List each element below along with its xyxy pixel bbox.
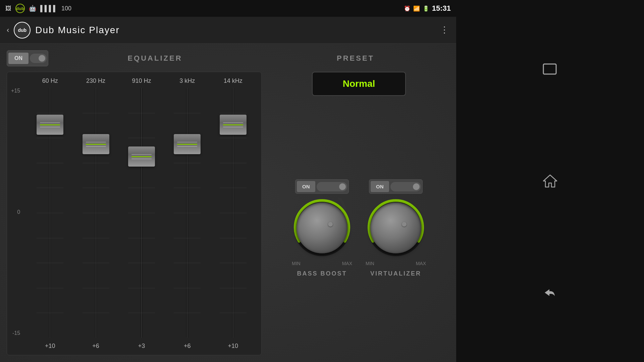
app-area: 🖼 dub 🤖 ▌▌▌▌ 100 ⏰ 📶 🔋 15:31 ‹ dub Dub M… xyxy=(0,0,456,362)
gallery-icon: 🖼 xyxy=(5,5,11,12)
bass-boost-knob-body[interactable] xyxy=(297,202,347,253)
fader-handle-60hz[interactable] xyxy=(37,115,63,135)
freq-230hz: 230 Hz xyxy=(76,77,116,84)
virtualizer-min-label: MIN xyxy=(366,261,374,266)
eq-panel: 60 Hz 230 Hz 910 Hz 3 kHz 14 kHz +15 0 -… xyxy=(7,72,262,355)
barcode-icon: ▌▌▌▌ xyxy=(40,5,57,12)
header-left: ‹ dub Dub Music Player xyxy=(7,22,120,39)
virtualizer-label: VIRTUALIZER xyxy=(370,270,421,277)
effects-row: ON xyxy=(268,101,449,355)
fader-3khz: +6 xyxy=(169,88,206,350)
fader-handle-3khz[interactable] xyxy=(174,134,201,154)
virtualizer-section: ON MIN xyxy=(366,179,426,277)
faders-container: +10 xyxy=(27,88,256,350)
preset-button[interactable]: Normal xyxy=(312,72,406,96)
fader-230hz: +6 xyxy=(77,88,114,350)
fader-value-60hz: +10 xyxy=(45,343,55,350)
fader-14khz: +10 xyxy=(215,88,252,350)
android-icon: 🤖 xyxy=(29,5,36,12)
recent-apps-icon xyxy=(543,63,557,75)
battery-icon: 🔋 xyxy=(423,5,429,12)
svg-marker-3 xyxy=(543,175,557,187)
fader-track-14khz[interactable] xyxy=(232,88,234,338)
battery-percent-icon: 100 xyxy=(61,5,71,12)
app-header: ‹ dub Dub Music Player ⋮ xyxy=(0,17,456,44)
virtualizer-knob[interactable] xyxy=(366,198,426,258)
bass-boost-min-label: MIN xyxy=(292,261,301,266)
nav-sidebar xyxy=(456,0,644,362)
virtualizer-max-label: MAX xyxy=(416,261,426,266)
eq-controls-row: 60 Hz 230 Hz 910 Hz 3 kHz 14 kHz +15 0 -… xyxy=(7,72,449,355)
signal-icon: 📶 xyxy=(413,5,420,12)
bass-boost-knob[interactable] xyxy=(292,198,352,258)
virtualizer-toggle[interactable]: ON xyxy=(369,179,423,194)
virtualizer-knob-dot xyxy=(402,222,407,227)
bass-boost-knob-dot xyxy=(328,222,333,227)
fader-910hz: +3 xyxy=(123,88,160,350)
eq-on-toggle[interactable]: ON xyxy=(7,50,48,66)
fader-track-230hz[interactable] xyxy=(95,88,97,338)
freq-910hz: 910 Hz xyxy=(121,77,162,84)
menu-button[interactable]: ⋮ xyxy=(440,25,449,35)
recent-apps-button[interactable] xyxy=(537,59,564,79)
home-icon xyxy=(543,174,557,188)
dub-icon: dub xyxy=(15,4,25,13)
fader-value-910hz: +3 xyxy=(138,343,145,350)
virtualizer-slider[interactable] xyxy=(390,182,421,191)
fader-track-3khz[interactable] xyxy=(186,88,188,338)
main-content: ON EQUALIZER PRESET 60 Hz 230 Hz 910 Hz … xyxy=(0,44,456,362)
freq-60hz: 60 Hz xyxy=(30,77,70,84)
bass-boost-label: BASS BOOST xyxy=(297,270,347,277)
virtualizer-on-button[interactable]: ON xyxy=(371,181,389,192)
back-icon xyxy=(543,287,557,299)
virtualizer-knob-body[interactable] xyxy=(370,202,421,253)
svg-rect-2 xyxy=(543,64,556,74)
fader-track-60hz[interactable] xyxy=(49,88,51,338)
back-nav-button[interactable] xyxy=(537,283,564,303)
app-title: Dub Music Player xyxy=(35,25,119,36)
eq-toggle-slider[interactable] xyxy=(30,54,47,63)
fader-track-910hz[interactable] xyxy=(141,88,143,338)
back-button[interactable]: ‹ xyxy=(7,26,9,35)
bass-boost-slider[interactable] xyxy=(317,182,347,191)
fader-value-230hz: +6 xyxy=(92,343,99,350)
time-display: 15:31 xyxy=(432,4,451,13)
bass-boost-toggle[interactable]: ON xyxy=(295,179,349,194)
fader-handle-910hz[interactable] xyxy=(128,146,155,167)
scale-labels: +15 0 -15 xyxy=(11,88,20,336)
right-panel: Normal ON xyxy=(268,72,449,355)
virtualizer-min-max: MIN MAX xyxy=(366,261,426,266)
equalizer-label: EQUALIZER xyxy=(62,54,248,63)
bass-boost-section: ON xyxy=(292,179,352,277)
freq-3khz: 3 kHz xyxy=(167,77,207,84)
bass-boost-on-button[interactable]: ON xyxy=(297,181,315,192)
fader-60hz: +10 xyxy=(32,88,68,350)
home-button[interactable] xyxy=(537,171,564,191)
fader-handle-14khz[interactable] xyxy=(220,115,247,135)
preset-section-label: PRESET xyxy=(262,54,449,63)
freq-14khz: 14 kHz xyxy=(213,77,253,84)
fader-value-14khz: +10 xyxy=(228,343,238,350)
bass-boost-min-max: MIN MAX xyxy=(292,261,352,266)
eq-on-button[interactable]: ON xyxy=(8,53,29,64)
status-bar: 🖼 dub 🤖 ▌▌▌▌ 100 ⏰ 📶 🔋 15:31 xyxy=(0,0,456,17)
scale-minus15: -15 xyxy=(12,330,20,336)
scale-zero: 0 xyxy=(17,209,20,215)
app-logo: dub xyxy=(14,22,31,39)
freq-labels: 60 Hz 230 Hz 910 Hz 3 kHz 14 kHz xyxy=(27,77,256,84)
eq-body: +15 0 -15 xyxy=(27,88,256,350)
fader-handle-230hz[interactable] xyxy=(83,134,109,154)
status-bar-right: ⏰ 📶 🔋 15:31 xyxy=(404,4,451,13)
alarm-icon: ⏰ xyxy=(404,5,411,12)
scale-plus15: +15 xyxy=(11,88,20,94)
bass-boost-max-label: MAX xyxy=(342,261,352,266)
fader-value-3khz: +6 xyxy=(184,343,191,350)
eq-header-row: ON EQUALIZER PRESET xyxy=(7,50,449,66)
status-bar-left: 🖼 dub 🤖 ▌▌▌▌ 100 xyxy=(5,4,71,13)
